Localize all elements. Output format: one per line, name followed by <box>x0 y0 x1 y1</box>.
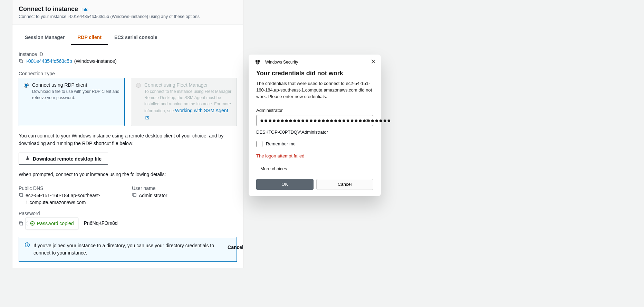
page-title: Connect to instance <box>19 6 78 12</box>
download-button-label: Download remote desktop file <box>33 156 102 162</box>
card-fleet-desc: To connect to the instance using Fleet M… <box>144 88 232 122</box>
connection-type-label: Connection Type <box>19 71 237 76</box>
svg-rect-1 <box>20 194 23 196</box>
cancel-button[interactable]: Cancel <box>316 179 374 190</box>
username-label: User name <box>132 185 237 191</box>
dialog-title: Your credentials did not work <box>256 70 373 77</box>
tooltip-text: Password copied <box>37 221 74 226</box>
check-circle-icon <box>30 221 35 226</box>
svg-rect-8 <box>256 62 260 63</box>
more-choices-link[interactable]: More choices <box>256 166 373 171</box>
remember-row: Remember me <box>256 141 373 147</box>
prompt-paragraph: When prompted, connect to your instance … <box>19 171 237 179</box>
cancel-button[interactable]: Cancel <box>228 244 243 250</box>
tab-rdp-client[interactable]: RDP client <box>71 31 108 45</box>
username-value: Administrator <box>139 192 167 199</box>
card-rdp-desc: Download a file to use with your RDP cli… <box>32 88 119 101</box>
password-block: Password Password copied Pn6Nq-tFOm8d <box>19 211 237 229</box>
ok-button[interactable]: OK <box>256 179 314 190</box>
card-rdp-title: Connect using RDP client <box>32 82 119 88</box>
dialog-header: Windows Security <box>249 55 381 68</box>
username-block: User name Administrator <box>132 185 237 206</box>
copy-icon[interactable] <box>132 192 137 197</box>
password-field-wrap: ●●●●●●●●●●●●●●●●●●●●●●●●●●●●●●●● <box>256 115 373 126</box>
ssm-agent-link-text: Working with SSM Agent <box>175 108 228 113</box>
shield-icon <box>255 59 260 65</box>
user-label: Administrator <box>256 108 373 113</box>
password-input[interactable]: ●●●●●●●●●●●●●●●●●●●●●●●●●●●●●●●● <box>256 115 373 126</box>
external-link-icon <box>145 115 149 119</box>
copy-icon[interactable] <box>19 192 23 197</box>
download-icon <box>25 156 30 162</box>
dialog-top-label: Windows Security <box>265 60 298 65</box>
tab-ec2-serial-console[interactable]: EC2 serial console <box>108 31 164 45</box>
card-fleet-title: Connect using Fleet Manager <box>144 82 232 88</box>
svg-rect-0 <box>20 60 23 63</box>
panel-header: Connect to instance Info Connect to your… <box>12 0 243 25</box>
card-fleet-manager: Connect using Fleet Manager To connect t… <box>131 78 237 126</box>
svg-rect-3 <box>20 222 23 225</box>
page-subtitle: Connect to your instance i-001e44354fc56… <box>19 14 237 19</box>
svg-point-6 <box>27 243 27 244</box>
instance-name: (Windows-instance) <box>74 58 117 64</box>
windows-security-dialog: Windows Security Your credentials did no… <box>249 55 381 196</box>
password-copied-tooltip: Password copied <box>26 218 78 229</box>
password-label: Password <box>19 211 237 216</box>
dialog-message: The credentials that were used to connec… <box>256 80 373 100</box>
close-icon[interactable] <box>371 59 375 65</box>
public-dns-label: Public DNS <box>19 185 124 191</box>
aws-connect-panel: Connect to instance Info Connect to your… <box>12 0 243 268</box>
password-value-tail: Pn6Nq-tFOm8d <box>84 220 118 227</box>
radio-fleet <box>136 83 141 88</box>
remember-checkbox[interactable] <box>256 141 262 147</box>
svg-rect-2 <box>133 194 136 196</box>
copy-icon[interactable] <box>19 221 23 226</box>
instance-id-link[interactable]: i-001e44354fc563c5b <box>26 58 72 64</box>
grid-divider <box>128 185 128 212</box>
info-link[interactable]: Info <box>81 7 88 12</box>
details-grid: Public DNS ec2-54-151-160-184.ap-southea… <box>19 185 237 229</box>
public-dns-value: ec2-54-151-160-184.ap-southeast-1.comput… <box>26 192 124 206</box>
dialog-body: Your credentials did not work The creden… <box>249 68 381 171</box>
instance-id-label: Instance ID <box>19 51 237 57</box>
account-label: DESKTOP-C0PTDQV\Administrator <box>256 129 373 135</box>
footer-actions: Cancel <box>12 244 243 250</box>
dialog-buttons: OK Cancel <box>249 179 381 190</box>
tab-session-manager[interactable]: Session Manager <box>19 31 71 45</box>
svg-point-9 <box>367 120 368 121</box>
connection-cards: Connect using RDP client Download a file… <box>19 78 237 126</box>
error-message: The logon attempt failed <box>256 153 373 159</box>
instance-row: i-001e44354fc563c5b (Windows-instance) <box>19 58 237 64</box>
download-rdp-button[interactable]: Download remote desktop file <box>19 153 108 165</box>
tabs: Session Manager RDP client EC2 serial co… <box>19 31 237 45</box>
card-rdp-client[interactable]: Connect using RDP client Download a file… <box>19 78 125 126</box>
panel-body: Instance ID i-001e44354fc563c5b (Windows… <box>12 45 243 268</box>
connect-paragraph: You can connect to your Windows instance… <box>19 132 237 147</box>
public-dns-block: Public DNS ec2-54-151-160-184.ap-southea… <box>19 185 124 206</box>
radio-rdp[interactable] <box>24 83 29 88</box>
copy-icon[interactable] <box>19 59 23 64</box>
reveal-password-icon[interactable] <box>365 118 371 124</box>
remember-label: Remember me <box>266 141 296 146</box>
